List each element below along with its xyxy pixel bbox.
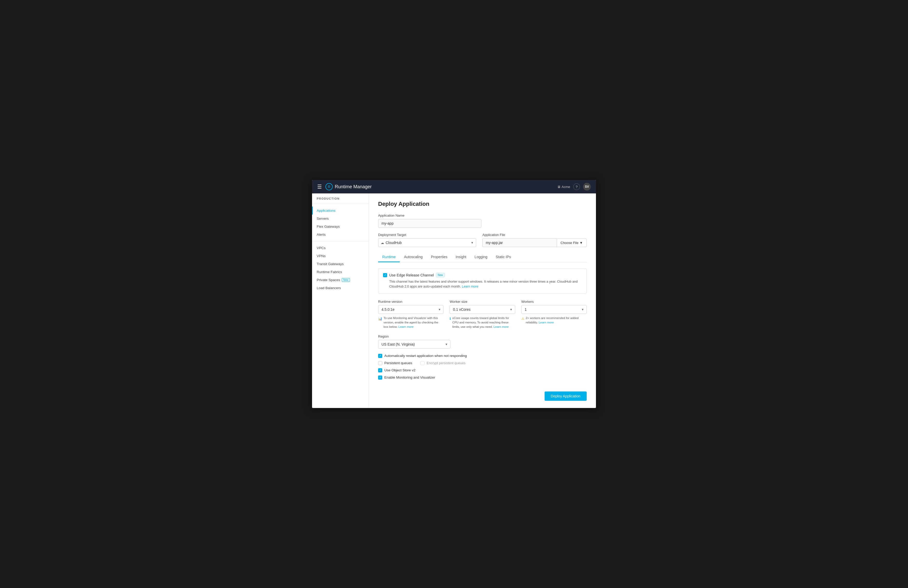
- monitor-icon: 📊: [378, 316, 382, 329]
- app-file-section: Application File my-app.jar Choose File …: [482, 233, 587, 247]
- queues-checkbox-label: Persistent queues: [384, 361, 412, 365]
- edge-release-header: Use Edge Release Channel New: [383, 273, 582, 277]
- tab-logging[interactable]: Logging: [470, 252, 492, 262]
- hamburger-icon[interactable]: ☰: [317, 184, 322, 190]
- sidebar-divider: [312, 241, 369, 241]
- region-wrapper: US East (N. Virginia) ▼: [378, 340, 451, 349]
- monitoring-checkbox[interactable]: [378, 376, 382, 380]
- edge-release-learn-more-link[interactable]: Learn more: [462, 285, 478, 288]
- nav-right: 🖥 Acme ? SV: [557, 183, 591, 191]
- sidebar-item-applications-label: Applications: [317, 209, 335, 212]
- footer-actions: Deploy Application: [378, 387, 587, 401]
- browser-window: ☰ R Runtime Manager 🖥 Acme ? SV PRODUCTI…: [312, 180, 596, 408]
- env-label: Acme: [562, 185, 570, 189]
- edge-release-new-badge: New: [436, 273, 445, 277]
- app-name-label: Application Name: [378, 214, 481, 217]
- runtime-version-col: Runtime version 4.5.0:1e ▼ 📊 To use Moni…: [378, 300, 443, 329]
- sidebar-item-servers[interactable]: Servers: [312, 215, 369, 223]
- help-button[interactable]: ?: [573, 183, 580, 190]
- queues-checkbox[interactable]: [378, 361, 382, 365]
- workers-learn-more-link[interactable]: Learn more: [539, 321, 554, 324]
- region-label: Region: [378, 334, 587, 338]
- object-store-checkbox[interactable]: [378, 368, 382, 373]
- sidebar-item-vpcs[interactable]: VPCs: [312, 244, 369, 252]
- deployment-file-row: Deployment Target ☁ CloudHub ▼ Applicati…: [378, 233, 587, 247]
- worker-size-learn-more-link[interactable]: Learn more: [494, 325, 509, 328]
- main-layout: PRODUCTION Applications Servers Flex Gat…: [312, 193, 596, 408]
- sidebar-item-runtime-fabrics-label: Runtime Fabrics: [317, 270, 342, 274]
- choose-file-button[interactable]: Choose File ▼: [557, 239, 587, 247]
- deployment-target-select[interactable]: CloudHub: [378, 238, 476, 247]
- sidebar-nav-top: Applications Servers Flex Gateways Alert…: [312, 204, 369, 294]
- region-select[interactable]: US East (N. Virginia): [378, 340, 451, 349]
- sidebar: PRODUCTION Applications Servers Flex Gat…: [312, 193, 369, 408]
- app-name-input[interactable]: [378, 219, 481, 228]
- file-input-display: my-app.jar: [482, 238, 557, 247]
- user-avatar[interactable]: SV: [583, 183, 591, 191]
- config-row: Runtime version 4.5.0:1e ▼ 📊 To use Moni…: [378, 300, 587, 329]
- sidebar-item-runtime-fabrics[interactable]: Runtime Fabrics: [312, 268, 369, 276]
- sidebar-item-load-balancers[interactable]: Load Balancers: [312, 284, 369, 292]
- sidebar-item-applications[interactable]: Applications: [312, 207, 369, 215]
- sidebar-item-load-balancers-label: Load Balancers: [317, 286, 341, 290]
- env-icon: 🖥: [557, 185, 560, 189]
- edge-release-label: Use Edge Release Channel: [389, 273, 434, 277]
- workers-select[interactable]: 1: [522, 305, 587, 314]
- runtime-version-select[interactable]: 4.5.0:1e: [378, 305, 443, 314]
- workers-label: Workers: [522, 300, 587, 304]
- worker-size-select[interactable]: 0.1 vCores: [449, 305, 515, 314]
- worker-size-wrapper: 0.1 vCores ▼: [449, 305, 515, 314]
- edge-release-box: Use Edge Release Channel New This channe…: [378, 268, 587, 294]
- runtime-manager-icon: R: [325, 183, 333, 190]
- sidebar-item-servers-label: Servers: [317, 217, 329, 220]
- deploy-application-button[interactable]: Deploy Application: [544, 392, 587, 401]
- worker-size-col: Worker size 0.1 vCores ▼ ℹ vCore usage c…: [449, 300, 515, 329]
- restart-checkbox-label: Automatically restart application when n…: [384, 354, 467, 358]
- choose-file-chevron: ▼: [580, 241, 583, 245]
- main-content: Deploy Application Application Name Depl…: [369, 193, 596, 408]
- runtime-version-wrapper: 4.5.0:1e ▼: [378, 305, 443, 314]
- worker-size-label: Worker size: [449, 300, 515, 304]
- worker-size-info-text: vCore usage counts toward global limits …: [452, 316, 515, 329]
- sidebar-item-vpns[interactable]: VPNs: [312, 252, 369, 260]
- tab-insight[interactable]: Insight: [451, 252, 470, 262]
- app-name-row: Application Name: [378, 214, 587, 228]
- tab-autoscaling[interactable]: Autoscaling: [400, 252, 427, 262]
- edge-release-checkbox[interactable]: [383, 273, 387, 277]
- sidebar-item-private-spaces[interactable]: Private Spaces New: [312, 276, 369, 284]
- checkboxes-section: Automatically restart application when n…: [378, 354, 587, 380]
- app-file-label: Application File: [482, 233, 587, 237]
- tab-runtime[interactable]: Runtime: [378, 252, 400, 262]
- sidebar-item-alerts-label: Alerts: [317, 233, 326, 236]
- region-row: Region US East (N. Virginia) ▼: [378, 334, 587, 349]
- workers-info: ⚠ 2+ workers are recommended for added r…: [522, 316, 587, 325]
- monitoring-checkbox-row: Enable Monitoring and Visualizer: [378, 376, 587, 380]
- info-icon: ℹ: [449, 316, 451, 329]
- nav-logo: R Runtime Manager: [325, 183, 372, 190]
- runtime-learn-more-link[interactable]: Learn more: [399, 325, 414, 328]
- private-spaces-new-badge: New: [342, 278, 350, 282]
- sidebar-item-transit-gateways[interactable]: Transit Gateways: [312, 260, 369, 268]
- restart-checkbox-row: Automatically restart application when n…: [378, 354, 587, 358]
- worker-size-info: ℹ vCore usage counts toward global limit…: [449, 316, 515, 329]
- sidebar-item-transit-gateways-label: Transit Gateways: [317, 262, 344, 266]
- sidebar-item-private-spaces-label: Private Spaces: [317, 278, 340, 282]
- encrypt-sub-checkbox-row: Encrypt persistent queues: [420, 361, 465, 365]
- edge-release-description: This channel has the latest features and…: [389, 279, 582, 289]
- sidebar-item-flex-gateways[interactable]: Flex Gateways: [312, 223, 369, 231]
- object-store-checkbox-label: Use Object Store v2: [384, 368, 415, 372]
- sidebar-env-label: PRODUCTION: [312, 193, 369, 204]
- tab-properties[interactable]: Properties: [427, 252, 452, 262]
- tab-static-ips[interactable]: Static IPs: [491, 252, 515, 262]
- app-title: Runtime Manager: [335, 184, 372, 190]
- encrypt-checkbox[interactable]: [420, 361, 425, 365]
- sidebar-item-vpns-label: VPNs: [317, 254, 326, 258]
- sidebar-item-alerts[interactable]: Alerts: [312, 231, 369, 239]
- env-pill: 🖥 Acme: [557, 185, 570, 189]
- runtime-version-info: 📊 To use Monitoring and Visualizer with …: [378, 316, 443, 329]
- runtime-info-text: To use Monitoring and Visualizer with th…: [383, 316, 443, 329]
- monitoring-checkbox-label: Enable Monitoring and Visualizer: [384, 376, 435, 379]
- restart-checkbox[interactable]: [378, 354, 382, 358]
- encrypt-checkbox-label: Encrypt persistent queues: [427, 361, 465, 365]
- page-title: Deploy Application: [378, 201, 587, 207]
